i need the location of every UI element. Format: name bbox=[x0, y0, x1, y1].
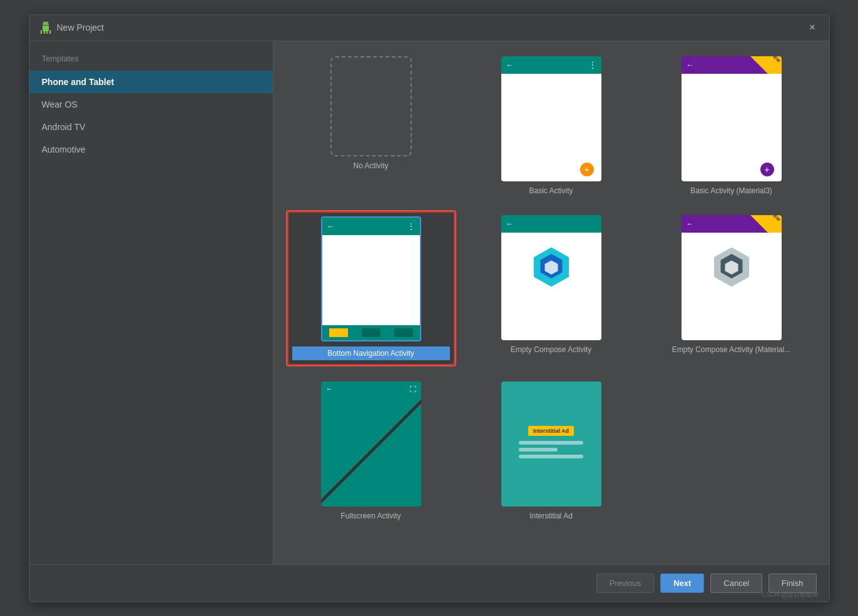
cancel-button[interactable]: Cancel bbox=[710, 573, 762, 593]
diagonal-decoration bbox=[321, 396, 421, 506]
interstitial-line-2 bbox=[519, 448, 557, 452]
sidebar-item-wear-os[interactable]: Wear OS bbox=[29, 93, 273, 116]
back-arrow-icon: ← bbox=[506, 61, 514, 69]
menu-dots-icon: ⋮ bbox=[589, 61, 596, 69]
sidebar: Templates Phone and Tablet Wear OS Andro… bbox=[29, 41, 273, 564]
interstitial-card-label: Interstitial Ad bbox=[529, 512, 573, 520]
bottom-body bbox=[322, 235, 420, 325]
empty-compose-m3-preview: PREVIEW ← bbox=[682, 215, 782, 340]
close-button[interactable]: × bbox=[805, 21, 819, 34]
sidebar-item-automotive[interactable]: Automotive bbox=[29, 138, 273, 161]
template-card-basic-activity[interactable]: ← ⋮ + Basic Activity bbox=[466, 51, 636, 200]
empty-compose-m3-mock: ← bbox=[682, 215, 782, 340]
template-card-empty-compose-m3[interactable]: PREVIEW ← bbox=[646, 210, 817, 366]
template-card-bottom-nav[interactable]: ← ⋮ Bottom Navigation Activity bbox=[286, 210, 456, 366]
fullscreen-label: Fullscreen Activity bbox=[340, 512, 401, 520]
compose-back-arrow-icon: ← bbox=[506, 220, 514, 228]
bottom-nav-preview: ← ⋮ bbox=[321, 216, 421, 341]
basic-m3-mock: ← + bbox=[682, 56, 782, 181]
expand-icon: ⛶ bbox=[409, 385, 416, 393]
dialog-body: Templates Phone and Tablet Wear OS Andro… bbox=[29, 41, 829, 564]
fullscreen-body bbox=[321, 396, 421, 506]
basic-topbar: ← ⋮ bbox=[501, 56, 601, 74]
basic-activity-preview: ← ⋮ + bbox=[501, 56, 601, 181]
bottom-bar: Previous Next Cancel Finish bbox=[29, 564, 829, 602]
basic-m3-label: Basic Activity (Material3) bbox=[690, 186, 772, 195]
previous-button[interactable]: Previous bbox=[596, 573, 655, 593]
android-icon bbox=[39, 21, 52, 34]
title-bar-left: New Project bbox=[39, 21, 104, 34]
template-grid: No Activity ← ⋮ + bbox=[286, 51, 817, 525]
interstitial-ad-label: Interstitial Ad bbox=[528, 426, 574, 436]
basic-body: + bbox=[501, 74, 601, 181]
interstitial-mock-body: Interstitial Ad bbox=[501, 381, 601, 507]
sidebar-item-android-tv[interactable]: Android TV bbox=[29, 116, 273, 138]
empty-compose-preview: ← bbox=[501, 215, 601, 340]
fab-button: + bbox=[580, 163, 594, 176]
m3-body: + bbox=[682, 74, 782, 181]
basic-activity-mock: ← ⋮ + bbox=[501, 56, 601, 181]
no-activity-preview bbox=[330, 56, 412, 156]
compose-m3-hex-icon bbox=[682, 245, 782, 289]
compose-m3-body bbox=[682, 233, 782, 340]
interstitial-lines bbox=[519, 441, 583, 462]
compose-topbar: ← bbox=[501, 215, 601, 233]
template-card-no-activity[interactable]: No Activity bbox=[286, 51, 456, 200]
template-card-basic-m3[interactable]: PREVIEW ← + Basic Activity (Material3) bbox=[646, 51, 817, 200]
fullscreen-preview: ← ⛶ bbox=[321, 381, 421, 507]
sidebar-item-phone-tablet[interactable]: Phone and Tablet bbox=[29, 71, 273, 93]
compose-hex-icon bbox=[501, 245, 601, 289]
template-card-fullscreen[interactable]: ← ⛶ Fullscreen Activity bbox=[286, 376, 456, 525]
bottom-nav-mock: ← ⋮ bbox=[322, 218, 420, 340]
template-card-empty-compose[interactable]: ← bbox=[466, 210, 636, 366]
fullscreen-mock-wrapper: ← ⛶ bbox=[321, 381, 421, 507]
next-button[interactable]: Next bbox=[660, 573, 704, 593]
bottom-nav-label: Bottom Navigation Activity bbox=[292, 346, 450, 360]
fullscreen-back-arrow-icon: ← bbox=[326, 385, 334, 393]
empty-compose-mock: ← bbox=[501, 215, 601, 340]
fullscreen-topbar: ← ⛶ bbox=[321, 381, 421, 397]
title-bar: New Project × bbox=[29, 15, 829, 41]
basic-activity-label: Basic Activity bbox=[529, 186, 573, 195]
compose-m3-back-arrow-icon: ← bbox=[687, 220, 694, 228]
template-card-interstitial[interactable]: Interstitial Ad Interstitial Ad bbox=[466, 376, 636, 525]
no-activity-label: No Activity bbox=[353, 161, 388, 170]
template-content: No Activity ← ⋮ + bbox=[273, 41, 829, 564]
interstitial-line-1 bbox=[519, 441, 583, 445]
watermark: CSDN @是赵敢敢啊 bbox=[762, 590, 819, 599]
empty-compose-label: Empty Compose Activity bbox=[511, 345, 591, 354]
dialog-title: New Project bbox=[57, 23, 104, 33]
sidebar-header: Templates bbox=[29, 51, 273, 71]
new-project-dialog: New Project × Templates Phone and Tablet… bbox=[29, 14, 830, 602]
empty-compose-m3-label: Empty Compose Activity (Material... bbox=[672, 345, 790, 354]
back-arrow-m3-icon: ← bbox=[687, 61, 694, 69]
interstitial-line-3 bbox=[519, 455, 583, 458]
compose-body bbox=[501, 233, 601, 340]
interstitial-preview: Interstitial Ad bbox=[501, 381, 601, 507]
basic-m3-preview: PREVIEW ← + bbox=[682, 56, 782, 181]
